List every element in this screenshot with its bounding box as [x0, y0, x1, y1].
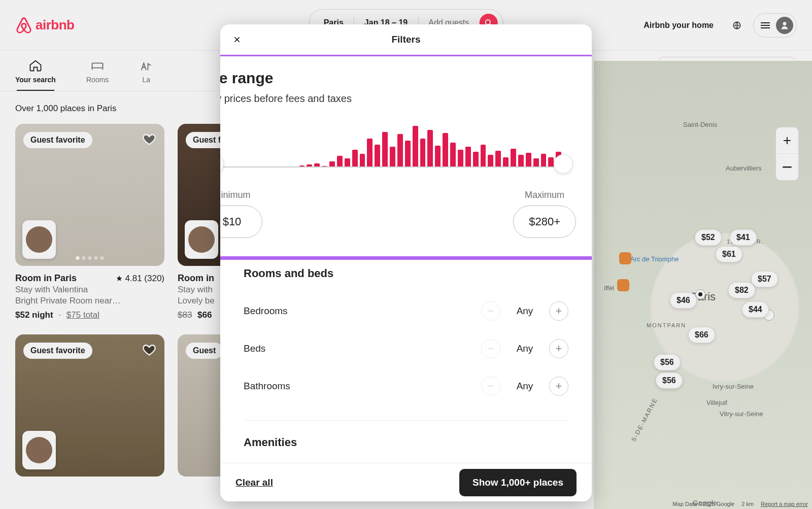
heart-icon: [142, 343, 156, 357]
zoom-out-button[interactable]: −: [776, 154, 798, 180]
modal-header: Filters: [220, 24, 592, 55]
decrement-button[interactable]: −: [481, 301, 500, 321]
poi-icon: [617, 279, 629, 291]
map-marker[interactable]: [695, 289, 705, 299]
language-button[interactable]: [726, 14, 748, 37]
listing-price: $52 night · $75 total: [15, 310, 164, 320]
account-menu[interactable]: [753, 13, 797, 38]
decrement-button[interactable]: −: [481, 377, 500, 396]
map-price-pill[interactable]: $52: [695, 229, 722, 246]
map-label: Ivry-sur-Seine: [713, 383, 754, 390]
heart-icon: [142, 132, 156, 146]
max-price-input[interactable]: $280+: [513, 206, 576, 238]
map-label: Saint-Denis: [683, 121, 717, 128]
max-label: Maximum: [525, 190, 564, 200]
user-icon: [780, 20, 790, 30]
star-icon: [116, 275, 123, 282]
modal-footer: Clear all Show 1,000+ places: [220, 463, 592, 501]
svg-point-0: [485, 20, 490, 24]
close-icon: [233, 36, 241, 44]
increment-button[interactable]: +: [549, 377, 568, 396]
category-label: La: [142, 76, 150, 84]
bedrooms-row: Bedrooms − Any +: [244, 292, 568, 330]
map-price-pill[interactable]: $66: [688, 327, 715, 343]
menu-icon: [761, 22, 770, 28]
price-range-heading: Price range: [220, 70, 587, 87]
map-label: iffel: [604, 284, 614, 292]
clear-all-button[interactable]: Clear all: [235, 477, 273, 488]
category-label: Your search: [15, 76, 56, 84]
decrement-button[interactable]: −: [481, 339, 500, 358]
amenities-heading: Amenities: [244, 420, 568, 449]
min-label: Minimum: [220, 190, 251, 200]
filters-modal: Filters Price range Nightly prices befor…: [220, 24, 592, 501]
guest-favorite-badge: Guest favorite: [23, 132, 92, 148]
map-price-pill[interactable]: $44: [742, 301, 769, 318]
increment-button[interactable]: +: [549, 301, 568, 321]
host-avatar: [22, 220, 56, 259]
row-value: Any: [514, 343, 536, 354]
rooms-section: Rooms and beds Bedrooms − Any + Beds − A…: [220, 267, 592, 449]
map-price-pill[interactable]: $61: [716, 246, 742, 262]
beds-row: Beds − Any +: [244, 330, 568, 367]
guest-favorite-badge: Guest: [186, 343, 223, 359]
svg-point-3: [783, 22, 787, 25]
logo-text: airbnb: [36, 17, 74, 33]
save-button[interactable]: [142, 343, 156, 357]
map-price-pill[interactable]: $41: [730, 229, 757, 246]
logo[interactable]: airbnb: [15, 17, 74, 34]
host-avatar: [22, 431, 56, 469]
slider-track[interactable]: [220, 166, 569, 167]
row-label: Bathrooms: [244, 381, 290, 392]
map-zoom: + −: [775, 127, 799, 181]
price-range-section: Price range Nightly prices before fees a…: [220, 55, 592, 260]
header-right: Airbnb your home: [636, 13, 797, 38]
map-price-pill[interactable]: $56: [654, 354, 681, 370]
zoom-in-button[interactable]: +: [776, 127, 798, 154]
listing-image[interactable]: Guest favorite: [15, 124, 164, 266]
bathrooms-row: Bathrooms − Any +: [244, 367, 568, 405]
map[interactable]: + − Saint-Denis Aubervilliers 19TH ARR. …: [594, 61, 812, 509]
image-pager[interactable]: [76, 256, 104, 260]
map-price-pill[interactable]: $46: [670, 292, 697, 309]
category-rooms[interactable]: Rooms: [86, 58, 109, 84]
map-credits: Map Data ©2025 Google 2 km Report a map …: [672, 501, 808, 507]
category-la[interactable]: La: [139, 58, 153, 84]
report-map-error-link[interactable]: Report a map error: [761, 501, 808, 507]
rooms-heading: Rooms and beds: [244, 267, 568, 280]
avatar: [776, 17, 793, 34]
close-button[interactable]: [231, 34, 243, 45]
host-link[interactable]: Airbnb your home: [636, 16, 721, 35]
listing-card[interactable]: Guest favorite Room in Paris 4.81 (320) …: [15, 124, 164, 320]
poi-icon: [619, 252, 631, 264]
min-price-group: Minimum $10: [220, 190, 262, 238]
listing-rating: 4.81 (320): [116, 274, 165, 284]
increment-button[interactable]: +: [549, 339, 568, 358]
house-icon: [28, 58, 43, 73]
map-label: MONTPARN: [647, 322, 686, 328]
map-label: S-DE-MARNE: [630, 396, 659, 443]
listing-card[interactable]: Guest favorite: [15, 334, 164, 477]
show-places-button[interactable]: Show 1,000+ places: [459, 469, 577, 496]
save-button[interactable]: [142, 132, 156, 146]
map-price-pill[interactable]: $82: [728, 282, 755, 298]
category-your-search[interactable]: Your search: [15, 58, 56, 84]
price-histogram[interactable]: [220, 118, 569, 179]
map-label: Arc de Triomphe: [630, 255, 679, 263]
listing-image[interactable]: Guest favorite: [15, 334, 164, 477]
category-label: Rooms: [86, 76, 109, 84]
map-price-pill[interactable]: $56: [656, 372, 683, 389]
logo-icon: [15, 17, 32, 34]
listing-host: Stay with Valentina: [15, 285, 164, 295]
min-price-input[interactable]: $10: [220, 206, 262, 238]
row-value: Any: [514, 306, 536, 317]
map-label: Aubervilliers: [726, 164, 762, 172]
row-label: Bedrooms: [244, 306, 288, 317]
guest-favorite-badge: Guest favorite: [23, 343, 92, 359]
bed-icon: [90, 58, 105, 73]
globe-icon: [732, 21, 741, 30]
row-value: Any: [514, 381, 536, 392]
map-label: Vitry-sur-Seine: [720, 410, 763, 418]
slider-handle-max[interactable]: [554, 154, 573, 174]
map-price-pill[interactable]: $57: [751, 271, 778, 287]
